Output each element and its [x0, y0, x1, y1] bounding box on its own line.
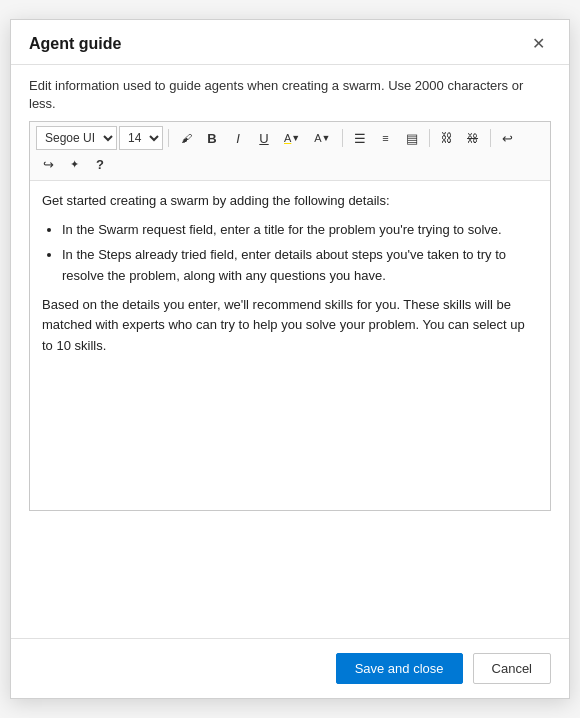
editor-intro: Get started creating a swarm by adding t… — [42, 191, 538, 212]
editor-content[interactable]: Get started creating a swarm by adding t… — [30, 181, 550, 510]
editor-toolbar: Segoe UI 14 🖌 B I U A▼ A▼ ☰ ≡ ▤ — [30, 122, 550, 181]
editor-bullet-list: In the Swarm request field, enter a titl… — [42, 220, 538, 286]
toolbar-separator-2 — [342, 129, 343, 147]
editor-area: Segoe UI 14 🖌 B I U A▼ A▼ ☰ ≡ ▤ — [29, 121, 551, 511]
ordered-list-btn[interactable]: ≡ — [374, 126, 398, 150]
editor-bullet-1: In the Swarm request field, enter a titl… — [62, 220, 538, 241]
paint-format-btn[interactable]: 🖌 — [174, 126, 198, 150]
toolbar-separator-4 — [490, 129, 491, 147]
font-color-btn[interactable]: A▼ — [308, 126, 336, 150]
toolbar-separator-3 — [429, 129, 430, 147]
redo-btn[interactable]: ↪ — [36, 152, 60, 176]
close-button[interactable]: ✕ — [526, 34, 551, 54]
underline-btn[interactable]: U — [252, 126, 276, 150]
font-size-select[interactable]: 14 — [119, 126, 163, 150]
save-and-close-button[interactable]: Save and close — [336, 653, 463, 684]
font-family-group: Segoe UI — [36, 126, 117, 150]
undo-btn[interactable]: ↩ — [496, 126, 520, 150]
bold-btn[interactable]: B — [200, 126, 224, 150]
editor-body: Based on the details you enter, we'll re… — [42, 295, 538, 357]
link-btn[interactable]: ⛓ — [435, 126, 459, 150]
justify-btn[interactable]: ▤ — [400, 126, 424, 150]
highlight-btn[interactable]: A▼ — [278, 126, 306, 150]
dialog-header: Agent guide ✕ — [11, 20, 569, 65]
dialog-description: Edit information used to guide agents wh… — [11, 65, 569, 121]
bullet-list-btn[interactable]: ☰ — [348, 126, 372, 150]
clear-format-btn[interactable]: ✦ — [62, 152, 86, 176]
dialog-title: Agent guide — [29, 35, 121, 53]
toolbar-separator-1 — [168, 129, 169, 147]
help-btn[interactable]: ? — [88, 152, 112, 176]
dialog-footer: Save and close Cancel — [11, 638, 569, 698]
italic-btn[interactable]: I — [226, 126, 250, 150]
font-size-group: 14 — [119, 126, 163, 150]
agent-guide-dialog: Agent guide ✕ Edit information used to g… — [10, 19, 570, 699]
font-family-select[interactable]: Segoe UI — [36, 126, 117, 150]
editor-bullet-2: In the Steps already tried field, enter … — [62, 245, 538, 287]
unlink-btn[interactable]: ⛓ — [461, 126, 485, 150]
cancel-button[interactable]: Cancel — [473, 653, 551, 684]
